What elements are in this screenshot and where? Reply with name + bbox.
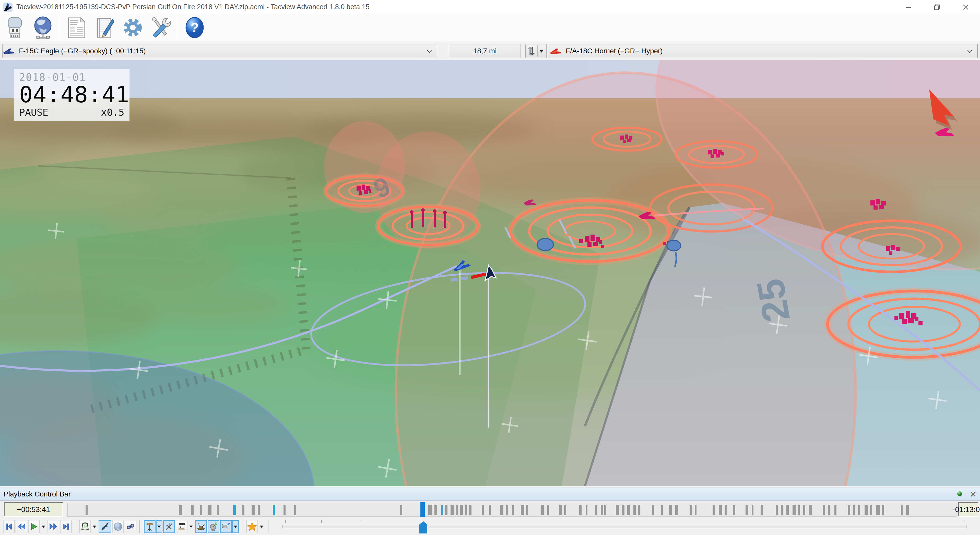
online-flights-button[interactable] [30,16,56,40]
timeline-event-marker [858,505,860,515]
tools-icon [150,16,172,39]
tacview-window: Tacview-20181125-195139-DCS-PvP Persian … [0,0,980,535]
timeline-event-marker [400,505,402,515]
globe-view-button[interactable] [112,520,124,533]
skip-start-icon [5,522,13,531]
edit-notes-button[interactable] [91,16,118,40]
skip-to-end-button[interactable] [60,520,72,533]
show-sensors-button[interactable] [208,520,220,533]
timeline-event-marker [526,505,528,515]
speed-slider[interactable] [282,518,967,535]
show-models-button[interactable] [144,520,156,533]
timeline-event-marker [179,505,182,515]
minimize-button[interactable] [894,0,923,14]
flight-report-button[interactable] [63,16,90,40]
timeline-event-marker [191,505,194,515]
swap-arrows-icon [526,45,537,57]
advanced-tools-button[interactable] [148,16,174,40]
timeline-event-marker [251,505,255,515]
primary-object-combo[interactable]: F-15C Eagle (=GR=spooky) (+00:11:15) [2,44,437,58]
hud-time: 04:48:41 [19,83,124,106]
show-labels-button[interactable] [176,520,188,533]
timeline-event-marker [258,505,260,515]
play-button[interactable] [28,520,40,533]
close-panel-icon[interactable] [970,491,977,497]
timeline-event-marker [627,505,630,515]
timeline-event-marker [460,505,463,515]
toolbar-separator [268,520,269,533]
playback-panel-header[interactable]: Playback Control Bar [0,487,980,501]
skip-end-icon [62,522,70,531]
show-destroyed-button[interactable] [163,520,175,533]
timeline-event-marker [776,505,778,515]
selection-dropdown[interactable] [232,520,239,533]
remaining-time-box: -01:13:02 [958,502,978,517]
distance-value: 18,7 mi [473,47,497,55]
pin-panel-icon[interactable] [956,491,963,497]
timeline-event-marker [652,505,654,515]
external-view-button[interactable] [99,520,111,533]
timeline-event-marker [719,505,722,515]
dropdown-arrow-icon [233,525,238,529]
secondary-object-combo[interactable]: F/A-18C Hornet (=GR= Hyper) [549,44,978,58]
timeline-event-marker [695,505,697,515]
dropdown-arrow-icon [259,525,264,529]
binoculars-icon [126,522,135,531]
timeline-event-marker [579,505,582,515]
speed-slider-track[interactable] [282,525,967,529]
hud-time-overlay: 2018-01-01 04:48:41 PAUSE x0.5 [14,69,129,121]
timeline-event-marker [792,505,795,515]
fast-forward-icon [49,522,58,531]
timeline-event-marker [428,505,433,515]
timeline-event-marker [200,505,202,515]
selection-box-button[interactable] [220,520,232,533]
playback-panel-title: Playback Control Bar [3,490,71,498]
sam-site [593,128,662,151]
show-ground-units-button[interactable] [195,520,207,533]
timeline-event-marker [604,505,606,515]
swap-selection-button[interactable] [525,44,547,58]
remaining-time: -01:13:02 [953,505,980,514]
slider-tick [360,520,360,523]
minimize-icon [904,3,913,11]
timeline-event-marker [482,505,484,515]
timeline-event-marker [633,505,636,515]
play-options-dropdown[interactable] [40,520,47,533]
free-camera-button[interactable] [125,520,137,533]
dropdown-arrow-icon [92,525,97,529]
timeline-cursor[interactable] [420,502,425,517]
timeline-event-marker [564,505,566,515]
sam-site [376,132,480,249]
timeline-row: +00:53:41 -01:13:02 [0,501,980,518]
skip-to-start-button[interactable] [3,520,15,533]
close-button[interactable] [951,0,980,14]
timeline-event-marker [595,505,597,515]
cockpit-view-button[interactable] [79,520,91,533]
restore-button[interactable] [923,0,951,14]
settings-button[interactable] [119,16,146,40]
speed-slider-handle[interactable] [419,521,427,533]
import-device-button[interactable] [2,16,28,40]
timeline-event-marker [853,505,855,515]
timeline-event-marker [86,505,88,515]
timeline-event-marker [512,505,514,515]
fast-forward-button[interactable] [48,520,59,533]
selection-box-icon [221,522,231,531]
slider-tick [285,520,286,523]
timeline-event-marker [822,505,825,515]
rewind-button[interactable] [16,520,27,533]
timeline-event-marker [752,505,754,515]
show-models-dropdown[interactable] [156,520,162,533]
terrain-scene: 25 9 [0,60,980,486]
3d-viewport[interactable]: 25 9 [0,60,980,486]
timeline-event-marker [733,505,735,515]
cockpit-view-dropdown[interactable] [91,520,98,533]
show-labels-dropdown[interactable] [188,520,194,533]
favorites-dropdown[interactable] [258,520,265,533]
help-button[interactable]: ? [181,16,208,40]
timeline-strip[interactable] [67,503,956,517]
toolbar-separator [177,17,177,39]
favorites-button[interactable] [246,520,258,533]
toolbar-separator [75,520,75,533]
primary-object-label: F-15C Eagle (=GR=spooky) (+00:11:15) [19,47,146,55]
